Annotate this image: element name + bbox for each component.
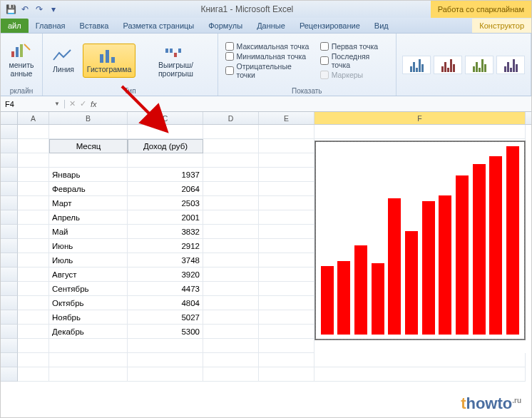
row-header[interactable] <box>1 296 18 310</box>
spark-style-1[interactable] <box>402 56 431 74</box>
cell[interactable] <box>18 182 49 196</box>
cell[interactable]: 2503 <box>128 196 203 210</box>
cell[interactable] <box>259 125 314 139</box>
chk-first-point[interactable]: Первая точка <box>320 42 389 51</box>
row-header[interactable] <box>1 139 18 153</box>
winloss-button[interactable]: Выигрыш/проигрыш <box>137 39 214 81</box>
cell[interactable] <box>18 125 49 139</box>
cell[interactable]: 3748 <box>128 253 203 267</box>
cell[interactable] <box>203 253 259 267</box>
formula-input[interactable] <box>101 100 531 108</box>
tab-formulas[interactable]: Формулы <box>201 19 250 33</box>
chk-neg-point[interactable]: Отрицательные точки <box>225 62 310 79</box>
col-header-F[interactable]: F <box>314 112 526 124</box>
cell[interactable] <box>259 153 314 168</box>
col-header-E[interactable]: E <box>259 112 314 124</box>
cell[interactable] <box>203 196 259 210</box>
row-header[interactable] <box>1 225 18 239</box>
cell[interactable]: Май <box>49 225 128 239</box>
cell[interactable]: Доход (руб) <box>128 139 203 153</box>
cell[interactable] <box>259 296 314 310</box>
col-header-A[interactable]: A <box>18 112 49 124</box>
tab-view[interactable]: Вид <box>367 19 396 33</box>
cell[interactable] <box>314 353 526 367</box>
cell[interactable]: Август <box>49 267 128 282</box>
cell[interactable]: Март <box>49 196 128 210</box>
cell[interactable] <box>18 296 49 310</box>
cell[interactable]: 2064 <box>128 182 203 196</box>
cell[interactable] <box>259 182 314 196</box>
cell[interactable] <box>203 267 259 282</box>
cell[interactable] <box>203 139 259 153</box>
undo-icon[interactable]: ↶ <box>19 4 31 15</box>
cell[interactable] <box>203 325 259 339</box>
cell[interactable] <box>128 153 203 168</box>
cell[interactable] <box>49 367 128 382</box>
cell[interactable]: 2001 <box>128 210 203 225</box>
cell[interactable] <box>314 339 526 353</box>
cell[interactable] <box>18 168 49 182</box>
name-box-dropdown-icon[interactable]: ▼ <box>54 101 60 107</box>
cell[interactable] <box>314 125 526 139</box>
cell[interactable] <box>18 196 49 210</box>
col-header-C[interactable]: C <box>128 112 203 124</box>
tab-insert[interactable]: Вставка <box>73 19 116 33</box>
save-icon[interactable]: 💾 <box>5 4 16 15</box>
tab-data[interactable]: Данные <box>250 19 292 33</box>
row-header[interactable] <box>1 310 18 325</box>
cell[interactable] <box>203 125 259 139</box>
cell[interactable]: 4473 <box>128 282 203 296</box>
cell[interactable]: 1937 <box>128 168 203 182</box>
cell[interactable]: Июнь <box>49 239 128 253</box>
cell[interactable] <box>259 239 314 253</box>
cell[interactable] <box>18 325 49 339</box>
cell[interactable] <box>203 210 259 225</box>
cell[interactable] <box>203 367 259 382</box>
cell[interactable]: Январь <box>49 168 128 182</box>
cell[interactable] <box>203 296 259 310</box>
chk-max-point[interactable]: Максимальная точка <box>225 42 310 51</box>
name-box[interactable]: F4 ▼ <box>1 100 65 108</box>
cell[interactable] <box>203 353 259 367</box>
row-header[interactable] <box>1 267 18 282</box>
line-button[interactable]: Линия <box>46 44 81 78</box>
row-header[interactable] <box>1 153 18 168</box>
cell[interactable] <box>18 139 49 153</box>
cell[interactable]: Февраль <box>49 182 128 196</box>
tab-file[interactable]: айл <box>1 19 29 33</box>
cell[interactable]: Июль <box>49 253 128 267</box>
cell[interactable] <box>259 325 314 339</box>
cell[interactable] <box>18 267 49 282</box>
cell[interactable] <box>203 225 259 239</box>
row-header[interactable] <box>1 325 18 339</box>
cell[interactable] <box>49 353 128 367</box>
cell[interactable]: 2912 <box>128 239 203 253</box>
cell[interactable] <box>49 153 128 168</box>
cell[interactable]: 5027 <box>128 310 203 325</box>
cell[interactable] <box>259 310 314 325</box>
row-header[interactable] <box>1 353 18 367</box>
cell[interactable]: Октябрь <box>49 296 128 310</box>
cell[interactable] <box>203 168 259 182</box>
cell[interactable] <box>128 125 203 139</box>
cell[interactable]: Месяц <box>49 139 128 153</box>
cell[interactable] <box>18 153 49 168</box>
tab-design[interactable]: Конструктор <box>472 19 531 33</box>
cell[interactable] <box>203 282 259 296</box>
row-header[interactable] <box>1 367 18 382</box>
cell[interactable] <box>314 367 526 382</box>
worksheet-grid[interactable]: A B C D E F МесяцДоход (руб)Январь1937Фе… <box>1 112 531 382</box>
cell[interactable] <box>18 253 49 267</box>
cell[interactable] <box>49 125 128 139</box>
row-header[interactable] <box>1 282 18 296</box>
redo-icon[interactable]: ↷ <box>34 4 45 15</box>
cell[interactable] <box>259 282 314 296</box>
col-header-D[interactable]: D <box>203 112 259 124</box>
cell[interactable]: Декабрь <box>49 325 128 339</box>
cell[interactable] <box>18 225 49 239</box>
cell[interactable] <box>128 367 203 382</box>
col-header-B[interactable]: B <box>49 112 128 124</box>
fx-confirm-icon[interactable]: ✓ <box>80 99 86 108</box>
select-all-corner[interactable] <box>1 112 18 124</box>
sparkline-chart[interactable] <box>314 141 526 340</box>
